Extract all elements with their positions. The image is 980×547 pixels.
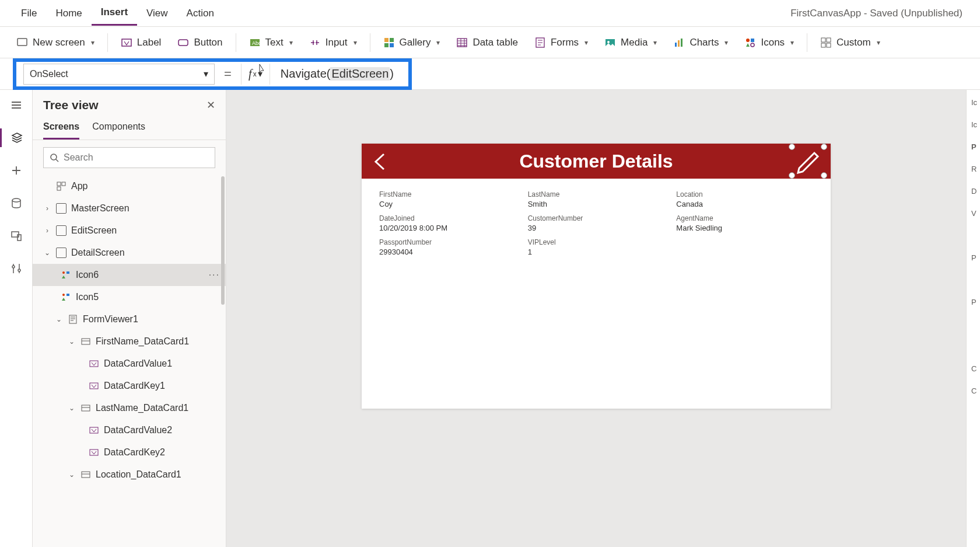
resize-handle[interactable]	[821, 144, 827, 150]
scrollbar-thumb[interactable]	[221, 176, 225, 305]
media-button[interactable]: Media▾	[597, 33, 664, 52]
tree-node-datacardvalue2[interactable]: DataCardValue2	[33, 419, 226, 441]
tree-node-datacardvalue1[interactable]: DataCardValue1	[33, 353, 226, 375]
tree-node-formviewer[interactable]: ⌄ FormViewer1	[33, 308, 226, 330]
fx-button[interactable]: fx ▾	[241, 64, 270, 85]
card-agentname[interactable]: AgentNameMark Siedling	[676, 214, 813, 232]
card-passportnumber[interactable]: PassportNumber29930404	[379, 238, 516, 256]
card-location[interactable]: LocationCanada	[676, 190, 813, 208]
tab-screens[interactable]: Screens	[43, 117, 79, 140]
input-button[interactable]: Input▾	[302, 33, 364, 52]
collapse-icon[interactable]: ⌄	[43, 249, 51, 257]
tree-node-masterscreen[interactable]: › MasterScreen	[33, 197, 226, 220]
label-icon	[89, 425, 99, 435]
svg-rect-17	[751, 39, 754, 42]
tree-list[interactable]: App › MasterScreen › EditScreen ⌄ Detail…	[33, 175, 226, 547]
collapse-icon[interactable]: ⌄	[68, 337, 76, 346]
gallery-icon	[383, 37, 395, 48]
card-customernumber[interactable]: CustomerNumber39	[528, 214, 665, 232]
advanced-tools-button[interactable]	[7, 259, 26, 278]
tools-icon	[10, 262, 23, 275]
back-button[interactable]	[372, 152, 388, 174]
prop-label: C	[971, 364, 977, 374]
data-button[interactable]	[7, 194, 26, 212]
svg-rect-20	[827, 38, 831, 42]
svg-rect-30	[62, 182, 65, 186]
menu-file[interactable]: File	[12, 2, 46, 25]
equals-sign: =	[222, 67, 234, 82]
card-viplevel[interactable]: VIPLevel1	[528, 238, 665, 256]
top-menubar: File Home Insert View Action FirstCanvas…	[0, 0, 980, 27]
chevron-down-icon: ▾	[653, 39, 657, 47]
collapse-icon[interactable]: ⌄	[68, 471, 76, 479]
gallery-button[interactable]: Gallery▾	[376, 33, 447, 52]
detail-screen-canvas[interactable]: Customer Details FirstNameCoy LastNameSm…	[362, 144, 831, 409]
tree-node-app[interactable]: App	[33, 175, 226, 197]
cursor-icon	[257, 63, 267, 76]
more-button[interactable]: ···	[209, 270, 220, 280]
resize-handle[interactable]	[821, 172, 827, 179]
tree-node-datacardkey2[interactable]: DataCardKey2	[33, 441, 226, 464]
collapse-icon[interactable]: ⌄	[55, 315, 63, 323]
charts-button[interactable]: Charts▾	[666, 33, 735, 52]
tree-node-firstname-datacard[interactable]: ⌄ FirstName_DataCard1	[33, 330, 226, 353]
svg-point-26	[12, 266, 15, 268]
hamburger-icon	[10, 99, 23, 112]
custom-button[interactable]: Custom▾	[813, 33, 887, 52]
resize-handle[interactable]	[789, 172, 795, 179]
media-panel-button[interactable]	[7, 227, 26, 245]
resize-handle[interactable]	[789, 144, 795, 150]
tree-node-lastname-datacard[interactable]: ⌄ LastName_DataCard1	[33, 397, 226, 419]
screen-icon	[56, 225, 66, 236]
media-icon	[604, 37, 616, 48]
card-datejoined[interactable]: DateJoined10/20/2019 8:00 PM	[379, 214, 516, 232]
close-panel-button[interactable]: ✕	[206, 99, 215, 112]
chevron-down-icon: ▾	[204, 68, 208, 79]
hamburger-button[interactable]	[7, 96, 26, 114]
prop-label: P	[971, 253, 977, 263]
tree-node-icon5[interactable]: Icon5	[33, 286, 226, 308]
forms-button[interactable]: Forms▾	[527, 33, 595, 52]
property-selector[interactable]: OnSelect ▾	[23, 64, 215, 85]
tree-search-input[interactable]	[64, 152, 209, 163]
selected-edit-icon[interactable]	[791, 146, 825, 176]
properties-panel-sliver[interactable]: Ic Ic P R D V P P C C	[966, 90, 980, 547]
svg-rect-25	[18, 235, 21, 241]
add-button[interactable]	[7, 161, 26, 180]
svg-rect-8	[390, 43, 394, 47]
database-icon	[10, 197, 23, 210]
svg-rect-19	[821, 38, 825, 42]
text-button[interactable]: Abc Text▾	[242, 33, 300, 52]
label-button[interactable]: Label	[114, 33, 169, 52]
menu-action[interactable]: Action	[177, 2, 223, 25]
tab-components[interactable]: Components	[92, 117, 145, 140]
tree-search-box[interactable]	[43, 147, 215, 168]
menu-view[interactable]: View	[137, 2, 177, 25]
svg-rect-40	[82, 405, 90, 411]
tree-view-button[interactable]	[0, 128, 32, 147]
datacard-icon	[80, 469, 91, 480]
data-table-button[interactable]: Data table	[449, 33, 525, 52]
collapse-icon[interactable]: ⌄	[68, 404, 76, 412]
form-icon	[68, 314, 78, 325]
card-firstname[interactable]: FirstNameCoy	[379, 190, 516, 208]
tree-node-icon6[interactable]: Icon6 ···	[33, 264, 226, 286]
menu-home[interactable]: Home	[46, 2, 91, 25]
menu-insert[interactable]: Insert	[92, 1, 137, 26]
label-icon	[121, 37, 132, 48]
expand-icon[interactable]: ›	[43, 227, 51, 235]
svg-rect-31	[57, 187, 61, 190]
new-screen-button[interactable]: New screen▾	[9, 33, 102, 52]
tree-node-editscreen[interactable]: › EditScreen	[33, 220, 226, 242]
tree-node-location-datacard[interactable]: ⌄ Location_DataCard1	[33, 464, 226, 486]
svg-rect-36	[69, 315, 76, 323]
formula-input[interactable]: Navigate(EditScreen)	[277, 64, 957, 85]
card-lastname[interactable]: LastNameSmith	[528, 190, 665, 208]
expand-icon[interactable]: ›	[43, 204, 51, 212]
svg-rect-33	[66, 271, 69, 274]
button-button[interactable]: Button	[170, 33, 229, 52]
tree-node-datacardkey1[interactable]: DataCardKey1	[33, 375, 226, 397]
icons-button[interactable]: Icons▾	[737, 33, 801, 52]
tree-node-detailscreen[interactable]: ⌄ DetailScreen	[33, 242, 226, 264]
canvas-area[interactable]: Customer Details FirstNameCoy LastNameSm…	[226, 90, 966, 547]
